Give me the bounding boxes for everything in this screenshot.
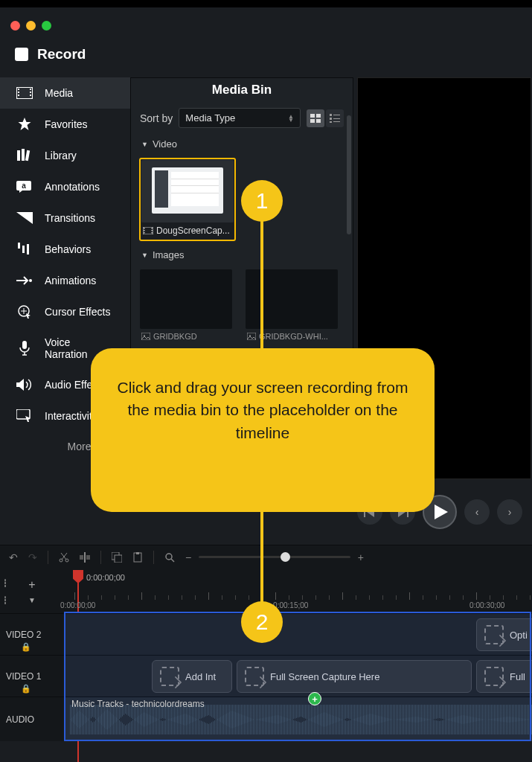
track-label: VIDEO 2 bbox=[6, 630, 41, 640]
callout-connector bbox=[260, 220, 263, 351]
grid-view-button[interactable] bbox=[307, 109, 324, 127]
image-file-icon bbox=[141, 333, 150, 340]
cut-button[interactable] bbox=[59, 552, 69, 563]
clip-label: Opti bbox=[510, 630, 528, 641]
ruler-label: 0:00:00;00 bbox=[60, 601, 95, 609]
more-label: More bbox=[68, 441, 92, 452]
track-row: AUDIO Music Tracks - technicolordreams bbox=[0, 697, 532, 741]
lock-icon[interactable]: 🔒 bbox=[21, 684, 31, 694]
undo-button[interactable]: ↶ bbox=[9, 551, 18, 563]
next-marker-button[interactable]: › bbox=[497, 499, 522, 525]
svg-rect-4 bbox=[30, 89, 31, 90]
sidebar-item-library[interactable]: Library bbox=[0, 140, 130, 171]
placeholder-icon bbox=[160, 667, 179, 686]
zoom-out-button[interactable]: − bbox=[185, 551, 191, 563]
sidebar-item-label: Transitions bbox=[45, 212, 95, 224]
timeline-clip[interactable]: Full bbox=[476, 660, 532, 693]
placeholder-icon bbox=[484, 667, 504, 686]
sidebar-item-label: Annotations bbox=[45, 181, 100, 193]
clip-name: DougScreenCap... bbox=[156, 225, 230, 236]
clip-label: Full Screen Capture Here bbox=[270, 671, 379, 682]
section-label: Video bbox=[153, 138, 177, 150]
add-track-button[interactable]: + bbox=[28, 578, 35, 592]
svg-rect-8 bbox=[22, 149, 25, 161]
sidebar-item-label: Favorites bbox=[45, 118, 88, 130]
window-traffic-lights[interactable] bbox=[10, 21, 51, 31]
zoom-slider[interactable]: − + bbox=[185, 551, 364, 563]
media-clip-image[interactable]: GRIDBKGD bbox=[140, 269, 235, 344]
sidebar-item-label: Behaviors bbox=[45, 243, 91, 255]
transitions-icon bbox=[16, 211, 33, 225]
split-button[interactable] bbox=[80, 552, 90, 563]
image-file-icon bbox=[247, 333, 256, 340]
svg-rect-18 bbox=[22, 341, 27, 349]
svg-rect-1 bbox=[18, 89, 19, 90]
sidebar-item-annotations[interactable]: a Annotations bbox=[0, 171, 130, 202]
svg-rect-37 bbox=[141, 333, 150, 340]
track-body[interactable]: Opti bbox=[64, 614, 532, 655]
copy-button[interactable] bbox=[112, 552, 122, 563]
record-label: Record bbox=[37, 46, 86, 63]
clip-name: GRIDBKGD-WHI... bbox=[259, 332, 328, 341]
svg-rect-22 bbox=[310, 119, 315, 123]
ruler-label: 0:00:15;00 bbox=[273, 601, 308, 609]
svg-rect-21 bbox=[316, 114, 321, 118]
svg-rect-3 bbox=[18, 95, 19, 96]
sidebar-item-media[interactable]: Media bbox=[0, 77, 130, 109]
sidebar-item-favorites[interactable]: Favorites bbox=[0, 109, 130, 140]
svg-rect-29 bbox=[333, 121, 340, 122]
ruler-label: 0:00:30;00 bbox=[469, 601, 504, 609]
video-section-header[interactable]: ▼ Video bbox=[131, 135, 353, 153]
svg-rect-26 bbox=[330, 118, 332, 120]
track-label: VIDEO 1 bbox=[6, 671, 41, 682]
sidebar-item-label: Library bbox=[45, 150, 77, 161]
lock-icon[interactable]: 🔒 bbox=[21, 642, 31, 652]
thumbnail-image bbox=[140, 269, 232, 329]
svg-rect-20 bbox=[310, 114, 315, 118]
close-window-button[interactable] bbox=[10, 21, 20, 31]
sort-by-select[interactable]: Media Type ▲▼ bbox=[179, 108, 301, 128]
instruction-callout: Click and drag your screen recording fro… bbox=[91, 348, 435, 512]
media-bin-scrollbar[interactable] bbox=[347, 115, 351, 234]
sort-by-value: Media Type bbox=[185, 112, 235, 124]
zoom-window-button[interactable] bbox=[42, 21, 51, 31]
cursor-effects-icon bbox=[16, 305, 33, 318]
zoom-in-button[interactable]: + bbox=[358, 551, 364, 563]
timeline-clip[interactable]: Add Int bbox=[152, 660, 232, 693]
timeline-clip[interactable]: Full Screen Capture Here bbox=[237, 660, 472, 693]
svg-rect-28 bbox=[330, 121, 332, 123]
svg-point-52 bbox=[166, 554, 172, 560]
svg-rect-15 bbox=[27, 244, 29, 254]
svg-rect-31 bbox=[144, 228, 145, 229]
track-header-video1[interactable]: VIDEO 1 🔒 bbox=[0, 656, 64, 697]
prev-marker-button[interactable]: ‹ bbox=[464, 499, 490, 525]
redo-button[interactable]: ↷ bbox=[28, 551, 37, 563]
thumbnail-image bbox=[246, 269, 338, 329]
track-options-button[interactable]: ▼ bbox=[28, 596, 36, 604]
media-bin-title: Media Bin bbox=[131, 78, 353, 105]
sidebar-item-transitions[interactable]: Transitions bbox=[0, 202, 130, 234]
sidebar-item-animations[interactable]: Animations bbox=[0, 265, 130, 296]
media-clip-video[interactable]: DougScreenCap... bbox=[140, 159, 235, 240]
svg-rect-24 bbox=[330, 114, 332, 116]
svg-rect-7 bbox=[17, 150, 20, 161]
timeline-clip[interactable]: Opti bbox=[476, 618, 532, 651]
placeholder-icon bbox=[245, 667, 264, 686]
list-view-button[interactable] bbox=[326, 109, 344, 127]
track-body[interactable]: Add Int Full Screen Capture Here Full bbox=[64, 656, 532, 697]
section-label: Images bbox=[153, 249, 185, 260]
record-button[interactable]: Record bbox=[15, 46, 86, 63]
paste-button[interactable] bbox=[132, 552, 143, 563]
sidebar-item-behaviors[interactable]: Behaviors bbox=[0, 234, 130, 265]
svg-rect-45 bbox=[84, 552, 86, 563]
clip-label: Full bbox=[510, 671, 525, 682]
callout-connector bbox=[260, 509, 263, 606]
playhead[interactable] bbox=[73, 570, 83, 583]
callout-badge-2: 2 bbox=[241, 601, 283, 643]
track-header-audio[interactable]: AUDIO bbox=[0, 697, 64, 741]
images-section-header[interactable]: ▼ Images bbox=[131, 246, 353, 263]
track-header-video2[interactable]: VIDEO 2 🔒 bbox=[0, 614, 64, 655]
track-body[interactable]: Music Tracks - technicolordreams bbox=[64, 697, 532, 741]
sidebar-item-cursor-effects[interactable]: Cursor Effects bbox=[0, 296, 130, 327]
minimize-window-button[interactable] bbox=[26, 21, 36, 31]
